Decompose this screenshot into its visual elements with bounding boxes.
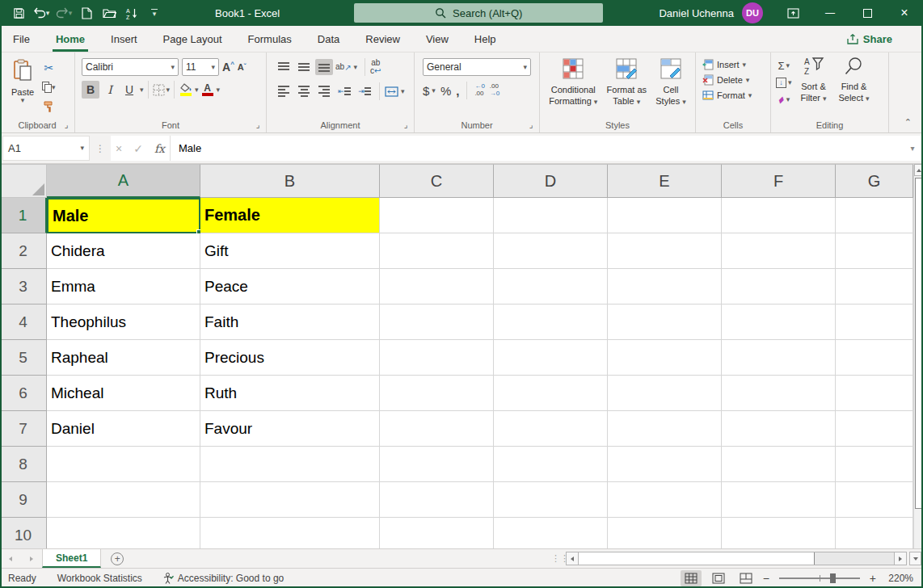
paste-button[interactable]: Paste ▾ <box>6 57 39 115</box>
cell-B8[interactable] <box>200 447 380 482</box>
cell-D6[interactable] <box>494 376 608 411</box>
horizontal-scroll-thumb[interactable] <box>579 552 815 565</box>
align-left-button[interactable] <box>275 83 293 99</box>
conditional-formatting-button[interactable]: Conditional Formatting ▾ <box>549 58 597 107</box>
font-dialog-launcher[interactable] <box>253 120 263 130</box>
tab-review[interactable]: Review <box>352 26 413 52</box>
cell-F3[interactable] <box>722 269 836 304</box>
cell-E4[interactable] <box>608 304 722 340</box>
scroll-down-icon[interactable] <box>909 552 921 565</box>
page-layout-view-button[interactable] <box>708 570 729 586</box>
cell-E2[interactable] <box>608 233 722 269</box>
minimize-button[interactable]: — <box>811 0 849 26</box>
bottom-align-button[interactable] <box>315 59 333 75</box>
column-header-g[interactable]: G <box>836 164 913 198</box>
normal-view-button[interactable] <box>681 570 702 586</box>
cell-F2[interactable] <box>722 233 836 269</box>
cell-D9[interactable] <box>494 482 608 518</box>
sort-ascending-icon[interactable]: AZ <box>121 2 142 23</box>
row-header-7[interactable]: 7 <box>0 411 47 447</box>
select-all-corner[interactable] <box>0 164 47 198</box>
formula-bar-splitter[interactable]: ⋮ <box>90 133 111 163</box>
cell-F9[interactable] <box>722 482 836 518</box>
new-sheet-button[interactable]: + <box>101 549 133 568</box>
cell-G1[interactable] <box>836 198 913 233</box>
decrease-decimal-button[interactable]: .00→0 <box>490 83 499 98</box>
cell-F6[interactable] <box>722 376 836 411</box>
accessibility-status[interactable]: Accessibility: Good to go <box>163 573 284 584</box>
avatar[interactable]: DU <box>742 2 763 23</box>
name-box[interactable]: A1 ▾ <box>2 136 90 161</box>
share-button[interactable]: Share <box>839 30 900 48</box>
borders-button[interactable] <box>153 84 165 96</box>
cell-A8[interactable] <box>47 447 200 482</box>
cell-B10[interactable] <box>200 518 380 548</box>
cell-D10[interactable] <box>494 518 608 548</box>
cell-E1[interactable] <box>608 198 722 233</box>
user-name[interactable]: Daniel Uchenna <box>659 7 734 19</box>
cell-A7[interactable]: Daniel <box>47 411 200 447</box>
cell-G9[interactable] <box>836 482 913 518</box>
cell-G7[interactable] <box>836 411 913 447</box>
search-input[interactable]: Search (Alt+Q) <box>354 3 603 23</box>
cell-E3[interactable] <box>608 269 722 304</box>
cell-D7[interactable] <box>494 411 608 447</box>
ribbon-display-options-icon[interactable] <box>774 0 811 26</box>
cell-C3[interactable] <box>380 269 494 304</box>
cell-A1[interactable]: Male <box>47 198 200 233</box>
zoom-level[interactable]: 220% <box>883 573 913 584</box>
autosum-button[interactable]: Σ▾ <box>776 58 792 73</box>
sheet-tab-sheet1[interactable]: Sheet1 <box>42 549 101 568</box>
fill-button[interactable]: ↓▾ <box>776 75 792 90</box>
comma-style-button[interactable]: , <box>456 84 459 98</box>
cell-C4[interactable] <box>380 304 494 340</box>
increase-indent-button[interactable]: ⇥ <box>356 83 373 99</box>
row-header-6[interactable]: 6 <box>0 376 47 411</box>
increase-decimal-button[interactable]: ←0.00 <box>474 83 484 98</box>
collapse-ribbon-icon[interactable]: ⌃ <box>904 117 912 128</box>
cell-C9[interactable] <box>380 482 494 518</box>
cell-B7[interactable]: Favour <box>200 411 380 447</box>
orientation-dropdown-icon[interactable]: ▾ <box>354 64 358 71</box>
cell-A2[interactable]: Chidera <box>47 233 200 269</box>
merge-center-dropdown-icon[interactable]: ▾ <box>401 88 405 95</box>
column-header-d[interactable]: D <box>494 164 608 198</box>
alignment-dialog-launcher[interactable] <box>401 120 411 130</box>
cell-A3[interactable]: Emma <box>47 269 200 304</box>
zoom-slider-thumb[interactable] <box>830 573 836 583</box>
new-file-icon[interactable] <box>76 2 97 23</box>
cell-F8[interactable] <box>722 447 836 482</box>
format-painter-button[interactable] <box>42 99 56 115</box>
increase-font-size-button[interactable]: A^ <box>222 61 234 74</box>
cell-D3[interactable] <box>494 269 608 304</box>
number-format-select[interactable]: General▾ <box>423 58 531 76</box>
cell-B1[interactable]: Female <box>200 198 380 233</box>
cell-F1[interactable] <box>722 198 836 233</box>
zoom-slider[interactable] <box>779 578 860 579</box>
borders-dropdown-icon[interactable]: ▾ <box>166 86 171 94</box>
row-header-4[interactable]: 4 <box>0 304 47 340</box>
cell-E7[interactable] <box>608 411 722 447</box>
row-header-8[interactable]: 8 <box>0 447 47 482</box>
cell-G6[interactable] <box>836 376 913 411</box>
cell-C7[interactable] <box>380 411 494 447</box>
undo-button[interactable]: ▾ <box>31 2 52 23</box>
tab-formulas[interactable]: Formulas <box>235 26 305 52</box>
cell-A9[interactable] <box>47 482 200 518</box>
fill-color-dropdown-icon[interactable]: ▾ <box>195 86 199 94</box>
cell-G5[interactable] <box>836 340 913 376</box>
tab-home[interactable]: Home <box>43 26 98 52</box>
cell-B2[interactable]: Gift <box>200 233 380 269</box>
scroll-right-icon[interactable] <box>894 552 906 565</box>
cell-A5[interactable]: Rapheal <box>47 340 200 376</box>
clipboard-dialog-launcher[interactable] <box>61 120 71 130</box>
align-center-button[interactable] <box>295 83 313 99</box>
tab-help[interactable]: Help <box>462 26 509 52</box>
previous-sheet-icon[interactable] <box>0 549 21 568</box>
italic-button[interactable]: I <box>101 81 119 99</box>
decrease-indent-button[interactable]: ⇤ <box>335 83 353 99</box>
horizontal-scrollbar[interactable] <box>566 552 907 565</box>
cell-F10[interactable] <box>722 518 836 548</box>
undo-dropdown-icon[interactable]: ▾ <box>46 10 50 17</box>
underline-button[interactable]: U <box>120 81 138 99</box>
